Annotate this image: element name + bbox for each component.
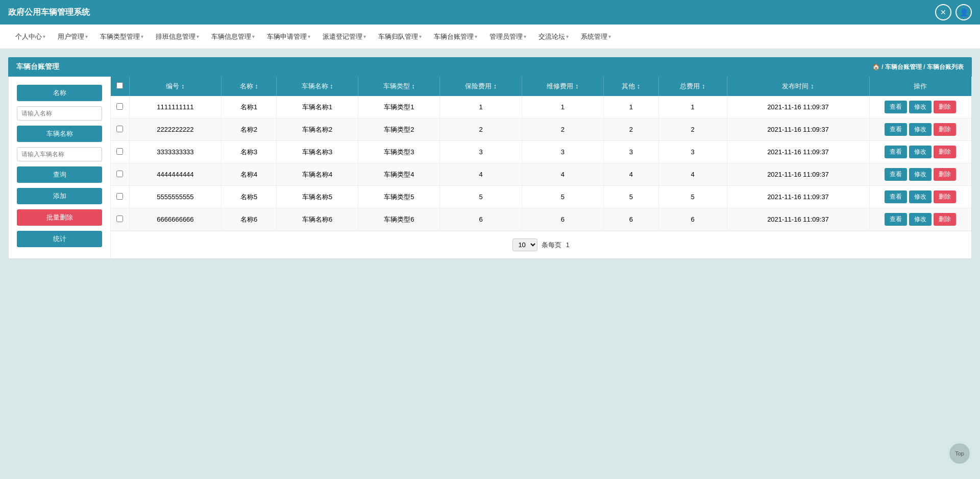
col-actions: 操作 [869,77,971,96]
stats-button[interactable]: 统计 [17,231,102,247]
cell-name: 名称6 [222,208,277,231]
chevron-down-icon: ▾ [475,34,477,39]
nav-item-personal[interactable]: 个人中心 ▾ [10,29,51,44]
cell-insurance: 4 [440,163,522,186]
cell-total: 3 [658,141,727,163]
delete-button[interactable]: 删除 [934,213,956,226]
cell-other: 4 [603,163,658,186]
name-input[interactable] [17,106,102,121]
cell-vehicle-type: 车辆类型4 [358,163,440,186]
nav-item-vehicle-type[interactable]: 车辆类型管理 ▾ [95,29,149,44]
cell-other: 5 [603,186,658,208]
cell-repair: 1 [522,96,603,118]
cell-vehicle-name: 车辆名称3 [276,141,358,163]
nav-item-dispatch[interactable]: 派遣登记管理 ▾ [317,29,371,44]
chevron-down-icon: ▾ [197,34,199,39]
nav-item-user[interactable]: 用户管理 ▾ [53,29,93,44]
view-button[interactable]: 查看 [885,168,907,181]
add-button[interactable]: 添加 [17,188,102,204]
row-checkbox[interactable] [116,103,123,110]
nav-item-forum[interactable]: 交流论坛 ▾ [533,29,574,44]
query-button[interactable]: 查询 [17,166,102,183]
chevron-down-icon: ▾ [566,34,569,39]
chevron-down-icon: ▾ [252,34,255,39]
col-repair: 维修费用 ↕ [522,77,603,96]
view-button[interactable]: 查看 [885,213,907,226]
cell-vehicle-name: 车辆名称5 [276,186,358,208]
cell-vehicle-type: 车辆类型3 [358,141,440,163]
cell-id: 3333333333 [129,141,222,163]
row-checkbox[interactable] [116,148,123,155]
nav-item-system[interactable]: 系统管理 ▾ [576,29,616,44]
chevron-down-icon: ▾ [524,34,526,39]
col-id: 编号 ↕ [129,77,222,96]
cell-total: 4 [658,163,727,186]
view-button[interactable]: 查看 [885,101,907,113]
cell-vehicle-type: 车辆类型5 [358,186,440,208]
delete-button[interactable]: 删除 [934,123,956,136]
edit-button[interactable]: 修改 [909,168,932,181]
cell-insurance: 1 [440,96,522,118]
view-button[interactable]: 查看 [885,146,907,158]
delete-button[interactable]: 删除 [934,190,956,203]
col-vehicle-name: 车辆名称 ↕ [276,77,358,96]
col-name: 名称 ↕ [222,77,277,96]
cell-name: 名称4 [222,163,277,186]
main-card: 名称 车辆名称 查询 添加 批量删除 统计 编号 ↕ [8,77,972,259]
row-checkbox[interactable] [116,126,123,132]
top-button[interactable]: Top [949,443,970,464]
batch-delete-button[interactable]: 批量删除 [17,209,102,226]
chevron-down-icon: ▾ [308,34,310,39]
select-all-col [111,77,129,96]
chevron-down-icon: ▾ [419,34,422,39]
section-header: 车辆台账管理 🏠 / 车辆台账管理 / 车辆台账列表 [8,57,972,77]
view-button[interactable]: 查看 [885,123,907,136]
per-page-select[interactable]: 102050 [512,238,537,251]
cell-actions: 查看 修改 删除 [869,186,971,208]
nav-item-vehicle-return[interactable]: 车辆归队管理 ▾ [373,29,427,44]
cell-vehicle-name: 车辆名称4 [276,163,358,186]
table-row: 6666666666 名称6 车辆名称6 车辆类型6 6 6 6 6 2021-… [111,208,971,231]
edit-button[interactable]: 修改 [909,190,932,203]
cell-vehicle-type: 车辆类型2 [358,118,440,141]
user-button[interactable]: 👤 [955,4,972,20]
delete-button[interactable]: 删除 [934,146,956,158]
edit-button[interactable]: 修改 [909,123,932,136]
chevron-down-icon: ▾ [141,34,143,39]
cell-name: 名称1 [222,96,277,118]
cell-actions: 查看 修改 删除 [869,118,971,141]
table-row: 2222222222 名称2 车辆名称2 车辆类型2 2 2 2 2 2021-… [111,118,971,141]
edit-button[interactable]: 修改 [909,101,932,113]
row-checkbox[interactable] [116,193,123,200]
header: 政府公用车辆管理系统 ✕ 👤 [0,0,980,25]
close-button[interactable]: ✕ [935,4,951,20]
edit-button[interactable]: 修改 [909,146,932,158]
col-other: 其他 ↕ [603,77,658,96]
cell-actions: 查看 修改 删除 [869,208,971,231]
delete-button[interactable]: 删除 [934,168,956,181]
nav-item-ledger[interactable]: 车辆台账管理 ▾ [429,29,482,44]
row-checkbox[interactable] [116,171,123,177]
cell-repair: 4 [522,163,603,186]
table-row: 4444444444 名称4 车辆名称4 车辆类型4 4 4 4 4 2021-… [111,163,971,186]
col-publish-time: 发布时间 ↕ [727,77,869,96]
nav-item-vehicle-apply[interactable]: 车辆申请管理 ▾ [262,29,315,44]
nav-item-vehicle-info[interactable]: 车辆信息管理 ▾ [206,29,260,44]
cell-vehicle-type: 车辆类型6 [358,208,440,231]
row-checkbox[interactable] [116,215,123,222]
delete-button[interactable]: 删除 [934,101,956,113]
cell-publish-time: 2021-11-16 11:09:37 [727,96,869,118]
select-all-checkbox[interactable] [116,82,123,89]
vehicle-name-input[interactable] [17,147,102,161]
nav-item-scheduling[interactable]: 排班信息管理 ▾ [151,29,204,44]
cell-name: 名称2 [222,118,277,141]
cell-name: 名称3 [222,141,277,163]
chevron-down-icon: ▾ [363,34,366,39]
col-insurance: 保险费用 ↕ [440,77,522,96]
edit-button[interactable]: 修改 [909,213,932,226]
nav-item-admin[interactable]: 管理员管理 ▾ [484,29,531,44]
cell-actions: 查看 修改 删除 [869,163,971,186]
table-area: 编号 ↕ 名称 ↕ 车辆名称 ↕ 车辆类型 ↕ 保险费用 ↕ 维修费用 ↕ 其他… [111,77,971,258]
cell-actions: 查看 修改 删除 [869,141,971,163]
view-button[interactable]: 查看 [885,190,907,203]
